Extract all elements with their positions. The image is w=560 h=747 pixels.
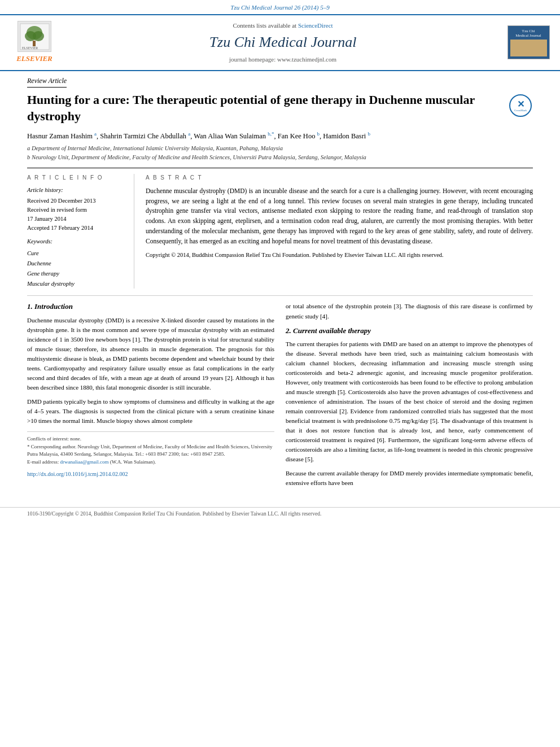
keyword-1: Cure — [27, 248, 126, 259]
journal-title: Tzu Chi Medical Journal — [65, 32, 500, 53]
sciencedirect-link[interactable]: ScienceDirect — [298, 22, 333, 29]
article-title: Hunting for a cure: The therapeutic pote… — [27, 92, 504, 124]
elsevier-logo: ELSEVIER ELSEVIER — [9, 21, 60, 64]
body-section: 1. Introduction Duchenne muscular dystro… — [27, 302, 533, 492]
article-history-label: Article history: — [27, 186, 126, 195]
journal-thumbnail: Tzu ChiMedical Journal — [506, 25, 551, 59]
corresponding-note: * Corresponding author. Neurology Unit, … — [27, 443, 274, 458]
abstract-text: Duchenne muscular dystrophy (DMD) is an … — [146, 186, 533, 247]
article-info-abstract-section: A R T I C L E I N F O Article history: R… — [27, 168, 533, 289]
abstract-column: A B S T R A C T Duchenne muscular dystro… — [146, 174, 533, 289]
authors-line: Hasnur Zaman Hashim a, Shahrin Tarmizi C… — [27, 130, 533, 142]
keyword-2: Duchenne — [27, 259, 126, 269]
right-intro-para1: or total absence of the dystrophin prote… — [286, 302, 533, 321]
conflicts-note: Conflicts of interest: none. — [27, 435, 274, 443]
body-left-column: 1. Introduction Duchenne muscular dystro… — [27, 302, 274, 492]
section2-para2: Because the current available therapy fo… — [286, 469, 533, 488]
svg-point-3 — [33, 31, 44, 41]
intro-para1: Duchenne muscular dystrophy (DMD) is a r… — [27, 316, 274, 392]
main-content: Review Article Hunting for a cure: The t… — [0, 71, 560, 502]
keywords-label: Keywords: — [27, 238, 126, 246]
journal-header-center: Contents lists available at ScienceDirec… — [65, 21, 500, 64]
copyright-text: Copyright © 2014, Buddhist Compassion Re… — [146, 251, 533, 260]
journal-homepage: journal homepage: www.tzuchimedjnl.com — [65, 55, 500, 64]
footnote-section: Conflicts of interest: none. * Correspon… — [27, 431, 274, 466]
svg-text:ELSEVIER: ELSEVIER — [22, 46, 38, 50]
section2-para1: The current therapies for patients with … — [286, 339, 533, 465]
article-history-content: Received 20 December 2013 Received in re… — [27, 196, 126, 232]
doi-link[interactable]: http://dx.doi.org/10.1016/j.tcmj.2014.02… — [27, 470, 274, 478]
abstract-heading: A B S T R A C T — [146, 174, 533, 182]
journal-banner: Tzu Chi Medical Journal 26 (2014) 5–9 — [0, 0, 560, 14]
intro-para2: DMD patients typically begin to show sym… — [27, 397, 274, 426]
journal-header: ELSEVIER ELSEVIER Contents lists availab… — [0, 14, 560, 71]
affiliations: a Department of Internal Medicine, Inter… — [27, 144, 533, 162]
keyword-4: Muscular dystrophy — [27, 279, 126, 289]
keyword-3: Gene therapy — [27, 269, 126, 279]
article-title-row: Hunting for a cure: The therapeutic pote… — [27, 92, 533, 124]
journal-cover-image: Tzu ChiMedical Journal — [508, 25, 550, 59]
email-link[interactable]: drwanaliaa@gmail.com — [60, 459, 108, 465]
intro-heading: 1. Introduction — [27, 302, 274, 312]
elsevier-tree-icon: ELSEVIER — [18, 21, 51, 52]
article-info-column: A R T I C L E I N F O Article history: R… — [27, 174, 134, 289]
bottom-bar: 1016-3190/Copyright © 2014, Buddhist Com… — [0, 507, 560, 521]
crossmark-badge[interactable]: ✕ CrossMark — [509, 94, 533, 118]
article-type: Review Article — [27, 76, 67, 88]
section-divider — [27, 295, 533, 296]
svg-rect-4 — [33, 41, 36, 46]
section2-heading: 2. Current available therapy — [286, 326, 533, 336]
article-info-heading: A R T I C L E I N F O — [27, 174, 126, 182]
elsevier-label: ELSEVIER — [16, 54, 53, 64]
body-right-column: or total absence of the dystrophin prote… — [286, 302, 533, 492]
sciencedirect-line: Contents lists available at ScienceDirec… — [65, 21, 500, 30]
email-note: E-mail address: drwanaliaa@gmail.com (W.… — [27, 458, 274, 466]
keywords-list: Cure Duchenne Gene therapy Muscular dyst… — [27, 248, 126, 289]
